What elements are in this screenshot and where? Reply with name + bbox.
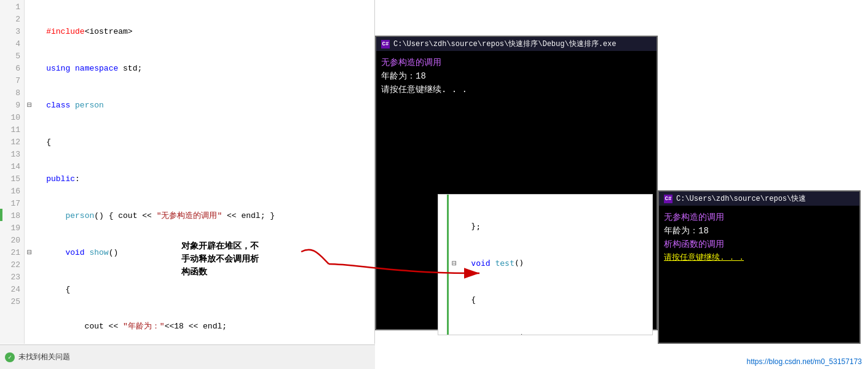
console-line-3: 请按任意键继续. . . bbox=[381, 83, 652, 96]
console-main-body: 无参构造的调用 年龄为：18 请按任意键继续. . . bbox=[376, 51, 657, 101]
console-small-icon: C# bbox=[664, 195, 673, 203]
console-small-body: 无参构造的调用 年龄为：18 析构函数的调用 请按任意键继续. . . bbox=[659, 206, 859, 270]
status-bar: ✓ 未找到相关问题 bbox=[0, 344, 375, 369]
console-main-icon: C# bbox=[381, 40, 390, 49]
status-icon: ✓ bbox=[5, 352, 15, 362]
right-code-panel: }; ⊟ void test() { person* p=new person;… bbox=[438, 194, 653, 335]
console-small: C# C:\Users\zdh\source\repos\快速 无参构造的调用 … bbox=[658, 190, 861, 344]
small-console-line-2: 年龄为：18 bbox=[664, 224, 854, 238]
watermark: https://blog.csdn.net/m0_53157173 bbox=[747, 357, 862, 366]
console-line-1: 无参构造的调用 bbox=[381, 56, 652, 69]
status-text: 未找到相关问题 bbox=[18, 352, 70, 362]
console-small-title: C# C:\Users\zdh\source\repos\快速 bbox=[659, 192, 859, 206]
small-console-line-1: 无参构造的调用 bbox=[664, 211, 854, 224]
code-editor[interactable]: 1 2 3 4 5 6 7 8 9 10 11 12 13 14 15 16 1… bbox=[0, 0, 375, 344]
console-line-2: 年龄为：18 bbox=[381, 69, 652, 83]
code-lines: #include<iostream> using namespace std; … bbox=[25, 0, 374, 344]
active-line-indicator bbox=[0, 209, 2, 221]
small-console-line-4: 请按任意键继续. . . bbox=[664, 251, 854, 265]
console-main-title: C# C:\Users\zdh\source\repos\快速排序\Debug\… bbox=[376, 37, 657, 51]
line-numbers: 1 2 3 4 5 6 7 8 9 10 11 12 13 14 15 16 1… bbox=[0, 0, 25, 344]
annotation-text: 对象开辟在堆区，不手动释放不会调用析构函数 bbox=[181, 239, 304, 278]
small-console-line-3: 析构函数的调用 bbox=[664, 238, 854, 251]
right-code-content: }; ⊟ void test() { person* p=new person;… bbox=[438, 195, 652, 335]
